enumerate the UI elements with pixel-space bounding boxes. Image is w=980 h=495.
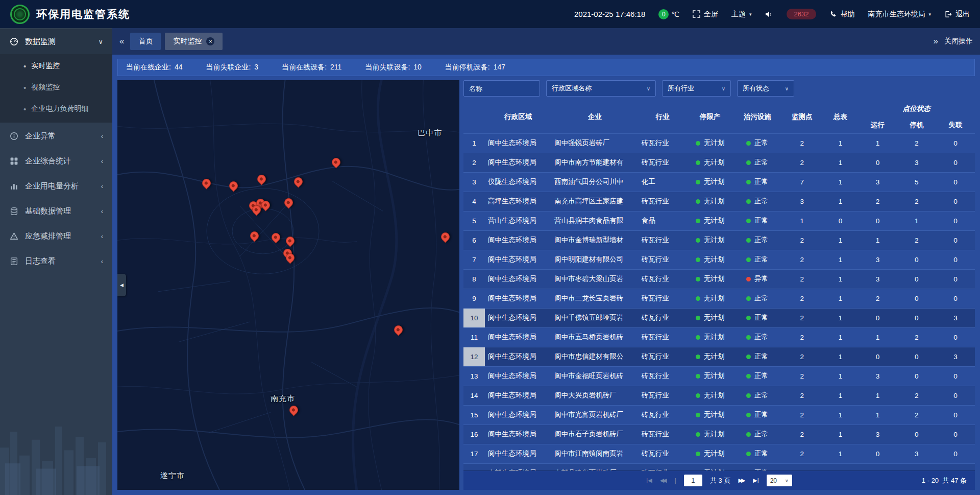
table-row[interactable]: 10阆中生态环境局阆中千佛镇五郎垭页岩砖瓦行业无计划正常21003 (463, 308, 975, 327)
help-button[interactable]: 帮助 (829, 10, 854, 19)
fullscreen-button[interactable]: 全屏 (693, 10, 718, 19)
table-row[interactable]: 2阆中生态环境局阆中市南方节能建材有砖瓦行业无计划正常21030 (463, 153, 975, 172)
table-row[interactable]: 1阆中生态环境局阆中强锐页岩砖厂砖瓦行业无计划正常21120 (463, 133, 975, 153)
theme-dropdown[interactable]: 主题 ▾ (731, 10, 752, 19)
sidebar-item[interactable]: 企业用电量分析‹ (0, 174, 112, 199)
running-cell: 0 (859, 308, 897, 327)
company-cell: 阆中千佛镇五郎垭页岩 (551, 308, 638, 327)
right-panel: 行政区域名称 ∨ 所有行业 ∨ 所有状态 ∨ (463, 80, 975, 490)
page-size-select[interactable]: 20 ∨ (767, 475, 792, 486)
stat-value: 3 (254, 63, 258, 71)
content-area: 当前在线企业:44当前失联企业:3当前在线设备:211当前失联设备:10当前停机… (112, 55, 980, 495)
prev-page-button[interactable]: ◀◀ (660, 477, 667, 484)
region-cell: 阆中生态环境局 (485, 308, 551, 327)
table-row[interactable]: 5营山生态环境局营山县润丰肉食品有限食品无计划正常10010 (463, 211, 975, 230)
status-dot (746, 413, 751, 417)
offline-cell: 0 (936, 405, 975, 425)
table-row[interactable]: 13阆中生态环境局阆中市金福旺页岩机砖砖瓦行业无计划正常21300 (463, 366, 975, 386)
region-cell: 阆中生态环境局 (485, 366, 551, 386)
bullet-icon: • (23, 105, 26, 113)
logout-icon (944, 11, 952, 18)
status-dot (746, 199, 751, 204)
company-cell: 阆中市枣碧大梁山页岩 (551, 269, 638, 289)
running-cell: 1 (859, 133, 897, 153)
points-cell: 1 (781, 211, 822, 230)
points-cell: 2 (781, 327, 822, 347)
close-icon[interactable]: × (206, 37, 214, 45)
table-row[interactable]: 14阆中生态环境局阆中大兴页岩机砖厂砖瓦行业无计划正常21120 (463, 386, 975, 405)
first-page-button[interactable]: |◀ (646, 477, 652, 484)
running-cell: 1 (859, 386, 897, 405)
sidebar-submenu: •实时监控•视频监控•企业电力负荷明细 (0, 54, 112, 123)
logout-button[interactable]: 退出 (944, 10, 970, 19)
sidebar-subitem[interactable]: •企业电力负荷明细 (0, 98, 112, 120)
pin-icon (330, 156, 342, 169)
sidebar-item[interactable]: 日志查看‹ (0, 249, 112, 274)
table-row[interactable]: 4高坪生态环境局南充市高坪区王家店建砖瓦行业无计划正常31220 (463, 192, 975, 211)
pagination-divider: | (675, 477, 676, 484)
stat-item: 当前失联企业:3 (206, 63, 258, 72)
panels: 巴中市南充市遂宁市 ◀ 行政区域名称 ∨ 所有行业 (117, 80, 975, 490)
sidebar-subitem-label: 视频监控 (31, 83, 60, 92)
tabs-scroll-right-button[interactable]: » (934, 36, 938, 46)
status-dot (696, 296, 700, 301)
table-row[interactable]: 6阆中生态环境局阆中市金博瑞新型墙材砖瓦行业无计划正常21120 (463, 230, 975, 250)
stopped-cell: 5 (897, 172, 936, 192)
sidebar-item[interactable]: 企业综合统计‹ (0, 149, 112, 174)
row-index-cell: 5 (463, 211, 485, 230)
speaker-button[interactable] (765, 11, 773, 18)
table-row[interactable]: 11阆中生态环境局阆中市五马桥页岩机砖砖瓦行业无计划正常21120 (463, 327, 975, 347)
stat-value: 147 (494, 63, 505, 71)
row-index-cell: 14 (463, 386, 485, 405)
running-cell: 3 (859, 172, 897, 192)
company-cell: 阆中市二龙长宝页岩砖 (551, 289, 638, 308)
leaf-logo-icon (10, 5, 30, 24)
sidebar-item[interactable]: 基础数据管理‹ (0, 199, 112, 224)
tab-item[interactable]: 实时监控× (165, 33, 223, 50)
industry-filter-select[interactable]: 所有行业 ∨ (662, 80, 731, 97)
name-filter-input[interactable] (463, 80, 540, 97)
sidebar-item[interactable]: 企业异常‹ (0, 124, 112, 149)
points-cell: 2 (781, 463, 822, 470)
company-cell: 阆中市光富页岩机砖厂 (551, 405, 638, 425)
meter-cell: 0 (822, 211, 858, 230)
points-cell: 3 (781, 192, 822, 211)
row-index-cell: 18 (463, 463, 485, 470)
tabs-scroll-left-button[interactable]: « (119, 36, 124, 46)
sidebar-subitem[interactable]: •实时监控 (0, 55, 112, 77)
limit-status-cell: 无计划 (687, 289, 733, 308)
table-row[interactable]: 8阆中生态环境局阆中市枣碧大梁山页岩砖瓦行业无计划异常21300 (463, 269, 975, 289)
last-page-button[interactable]: ▶| (753, 477, 758, 484)
table-row[interactable]: 3仪陇生态环境局西南油气田分公司川中化工无计划正常71350 (463, 172, 975, 192)
region-filter-select[interactable]: 行政区域名称 ∨ (546, 80, 656, 97)
chevron-down-icon: ∨ (722, 86, 725, 91)
table-row[interactable]: 17阆中生态环境局阆中市江南镇阆南页岩砖瓦行业无计划正常21030 (463, 444, 975, 463)
organization-dropdown[interactable]: 南充市生态环境局 ▾ (868, 10, 931, 19)
region-cell: 阆中生态环境局 (485, 444, 551, 463)
tab-item[interactable]: 首页 (130, 33, 161, 50)
running-cell: 3 (859, 425, 897, 444)
stopped-cell: 2 (897, 133, 936, 153)
meter-cell: 1 (822, 347, 858, 366)
table-row[interactable]: 18南部生态环境局南部县建兴页岩砖厂砖瓦行业无计划正常21000 (463, 463, 975, 470)
table-row[interactable]: 15阆中生态环境局阆中市光富页岩机砖厂砖瓦行业无计划正常21120 (463, 405, 975, 425)
table-row[interactable]: 16阆中生态环境局阆中市石子页岩机砖厂砖瓦行业无计划正常21300 (463, 425, 975, 444)
sidebar-item[interactable]: 应急减排管理‹ (0, 224, 112, 249)
pagination-bar: |◀ ◀◀ | 共 3 页 ▶▶ ▶| 20 ∨ (463, 470, 975, 490)
meter-cell: 1 (822, 463, 858, 470)
table-row[interactable]: 12阆中生态环境局阆中市忠信建材有限公砖瓦行业无计划正常21003 (463, 347, 975, 366)
sidebar-item[interactable]: 数据监测∨ (0, 29, 112, 54)
sidebar-subitem[interactable]: •视频监控 (0, 77, 112, 98)
row-index-cell: 13 (463, 366, 485, 386)
table-row[interactable]: 9阆中生态环境局阆中市二龙长宝页岩砖砖瓦行业无计划正常21200 (463, 289, 975, 308)
sidebar: 数据监测∨•实时监控•视频监控•企业电力负荷明细企业异常‹企业综合统计‹企业用电… (0, 28, 112, 495)
next-page-button[interactable]: ▶▶ (738, 477, 745, 484)
table-row[interactable]: 7阆中生态环境局阆中明阳建材有限公司砖瓦行业无计划正常21300 (463, 250, 975, 269)
bullet-icon: • (23, 62, 26, 70)
status-filter-select[interactable]: 所有状态 ∨ (737, 80, 794, 97)
facility-status-cell: 正常 (733, 250, 781, 269)
alert-count-badge[interactable]: 2632 (787, 9, 817, 19)
map-collapse-handle[interactable]: ◀ (117, 274, 126, 296)
close-operations-button[interactable]: 关闭操作 (944, 37, 973, 46)
page-number-input[interactable] (684, 475, 702, 486)
